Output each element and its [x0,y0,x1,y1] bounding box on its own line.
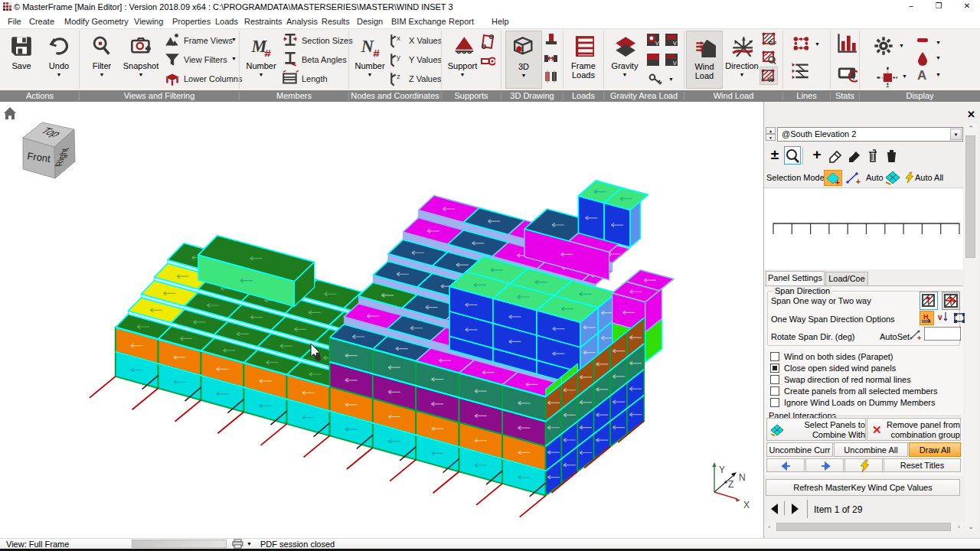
menu-bim-exchange[interactable]: BIM Exchange [391,17,446,26]
ribbon-row-label-z-values[interactable]: Z Values [409,74,442,83]
q-panel-icon[interactable] [761,50,776,65]
menu-properties[interactable]: Properties [172,17,211,26]
vscroll-down-arrow[interactable]: ⌄ [965,523,977,532]
col-top-icon[interactable] [543,32,558,47]
ga-1-icon[interactable]: V [645,32,661,47]
dropdown-arrow-icon[interactable]: ▼ [506,73,541,78]
key-icon[interactable] [648,72,664,87]
select-panel-mode-button[interactable]: + [824,170,842,186]
panel-close-icon[interactable]: ✕ [967,109,975,120]
checkbox-close-open-sided-wind-panels[interactable] [770,364,779,373]
hscroll-left-arrow[interactable]: ‹ [764,522,774,533]
menu-file[interactable]: File [8,17,21,26]
next-panel-button[interactable] [805,458,844,472]
oneway-horizontal-button[interactable]: H [920,311,934,325]
dropdown-arrow-icon[interactable]: ▼ [899,43,904,48]
view-filters-icon[interactable] [164,51,181,68]
ribbon-button-save[interactable]: Save [3,31,40,89]
dropdown-arrow-icon[interactable]: ▼ [41,72,77,77]
z-values-icon[interactable]: z [389,70,406,87]
oneway-vertical-button[interactable]: v [937,311,952,325]
printer-icon[interactable] [232,539,244,549]
beta-angles-icon[interactable] [282,51,299,68]
dropdown-arrow-icon[interactable]: ▼ [231,37,237,42]
dropdown-arrow-icon[interactable]: ▼ [724,72,760,77]
close-button[interactable]: ✕ [962,2,972,11]
wind-model-3d[interactable]: Top Front Right Y X Z N [0,102,763,538]
draw-all-button[interactable]: Draw All [909,442,961,457]
vscroll-thumb[interactable] [965,135,975,258]
hscroll-right-arrow[interactable]: › [954,522,964,533]
auto-all-button[interactable]: Auto All [904,170,952,186]
ribbon-row-label-lower-columns[interactable]: Lower Columns [184,74,242,83]
ga-3-icon[interactable] [645,52,661,67]
dropdown-arrow-icon[interactable]: ▼ [936,55,941,60]
dropdown-arrow-icon[interactable]: ▼ [606,72,643,77]
ribbon-button-number[interactable]: M#Number▼ [243,31,279,89]
grid-lines-icon[interactable] [789,34,810,55]
refresh-cpe-button[interactable]: Refresh MasterKey Wind Cpe Values [766,479,960,496]
prev-panel-button[interactable] [766,458,805,472]
gear-icon[interactable] [873,35,894,57]
ribbon-row-label-x-values[interactable]: X Values [409,36,442,45]
combo-spinner-down[interactable]: ▼ [766,134,776,141]
ribbon-button-filter[interactable]: Filter▼ [83,31,120,89]
dropdown-arrow-icon[interactable]: ▼ [231,56,237,61]
ribbon-button-frame-loads[interactable]: FrameLoads [565,31,602,89]
lower-columns-icon[interactable] [164,70,181,87]
nav-next-button[interactable] [787,501,802,517]
frame-views-icon[interactable] [164,32,181,49]
select-panels-combine-button[interactable]: Select Panels to Combine With [766,418,866,441]
w-panel-icon[interactable]: W [761,68,776,83]
ribbon-button-3d[interactable]: 3D▼ [505,31,542,89]
panel-hscrollbar[interactable]: ‹› [764,522,964,533]
elevation-combobox[interactable]: @South Elevation 2▼ [777,127,963,142]
model-viewport[interactable]: Top Front Right Y X Z N [0,102,763,538]
autoset-icon-button[interactable]: + [909,328,923,342]
dropdown-arrow-icon[interactable]: ▼ [902,73,907,79]
ribbon-button-wind-load[interactable]: WindLoad [686,31,723,89]
ribbon-row-label-section-sizes[interactable]: Section Sizes [302,36,353,45]
levels-icon[interactable] [789,61,810,83]
support-frame-icon[interactable] [480,34,495,49]
panel-vscrollbar[interactable]: ⌃⌄ [965,123,977,533]
node-disp-icon[interactable] [876,66,897,87]
combo-dropdown-button[interactable]: ▼ [950,129,962,140]
reset-titles-button[interactable]: Reset Titles [884,458,961,472]
menu-loads[interactable]: Loads [215,17,238,26]
menu-create[interactable]: Create [29,17,54,26]
ribbon-button-number[interactable]: N#Number▼ [351,31,388,89]
dropdown-arrow-icon[interactable]: ▼ [351,72,388,77]
rotate-span-input[interactable] [924,327,961,341]
printer-dropdown-arrow[interactable]: ▼ [247,541,252,546]
ribbon-button-snapshot[interactable]: Snapshot▼ [122,31,159,89]
checkbox-swap-direction-of-red-normal-lines[interactable] [770,375,779,384]
dropdown-arrow-icon[interactable]: ▼ [815,41,820,47]
restore-button[interactable]: ❐ [933,2,944,11]
dropdown-arrow-icon[interactable]: ▼ [936,72,941,77]
home-icon[interactable] [4,107,16,119]
checkbox-wind-on-both-sides-parapet-[interactable] [770,352,779,361]
dash-red-icon[interactable] [916,35,931,51]
ribbon-button-gravity[interactable]: Gravity▼ [606,31,643,89]
ribbon-row-label-view-filters[interactable]: View Filters [184,55,227,64]
combo-spinner-up[interactable]: ▲ [766,127,776,134]
tab-load-coe[interactable]: Load/Coe [825,272,868,285]
dropdown-arrow-icon[interactable]: ▼ [444,72,481,77]
ribbon-row-label-frame-views[interactable]: Frame Views [184,36,233,45]
hscroll-thumb[interactable] [776,523,951,531]
ga-2-icon[interactable]: V [664,32,679,47]
cp-panel-icon[interactable]: CP [761,31,776,47]
view-cube[interactable]: Top Front Right [23,122,75,178]
x-values-icon[interactable]: x [389,32,406,49]
select-member-mode-button[interactable]: + [844,170,863,186]
span-two-way-button[interactable] [942,292,960,310]
menu-restraints[interactable]: Restraints [244,17,283,26]
dropdown-arrow-icon[interactable]: ▼ [668,77,674,82]
col-mid-icon[interactable] [543,51,558,66]
menu-help[interactable]: Help [492,17,509,26]
menu-viewing[interactable]: Viewing [134,17,163,26]
dropdown-arrow-icon[interactable]: ▼ [83,72,120,77]
uncombine-all-button[interactable]: Uncombine All [834,442,908,457]
dropdown-arrow-icon[interactable]: ▼ [122,72,159,77]
